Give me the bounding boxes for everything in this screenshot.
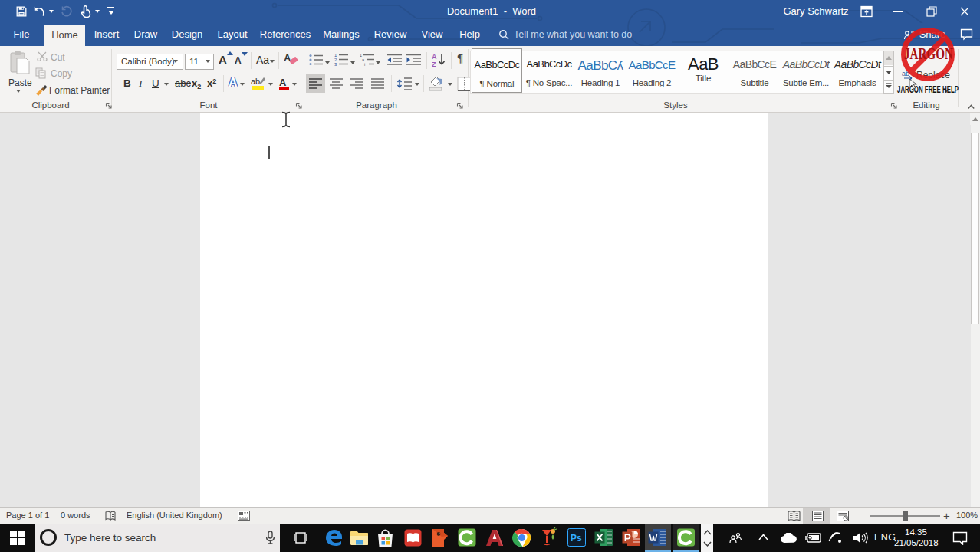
svg-text:i: i [364,62,365,66]
svg-text:3: 3 [334,62,337,66]
svg-text:ab: ab [902,70,909,77]
svg-text:A: A [432,53,437,61]
svg-text:Z: Z [432,61,436,67]
svg-text:A: A [279,77,287,88]
svg-text:Ps: Ps [571,533,582,544]
svg-text:ab: ab [251,77,260,86]
